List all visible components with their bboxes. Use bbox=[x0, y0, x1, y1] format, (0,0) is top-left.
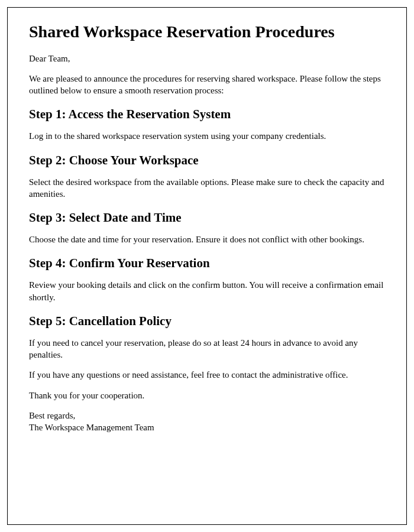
document-container: Shared Workspace Reservation Procedures … bbox=[7, 7, 407, 525]
signoff-regards: Best regards, bbox=[29, 411, 75, 420]
step-heading: Step 1: Access the Reservation System bbox=[29, 107, 385, 122]
closing-help: If you have any questions or need assist… bbox=[29, 369, 385, 381]
signoff: Best regards, The Workspace Management T… bbox=[29, 410, 385, 434]
step-body: Review your booking details and click on… bbox=[29, 279, 385, 303]
step-body: Choose the date and time for your reserv… bbox=[29, 233, 385, 245]
document-title: Shared Workspace Reservation Procedures bbox=[29, 22, 385, 42]
step-heading: Step 2: Choose Your Workspace bbox=[29, 153, 385, 168]
intro-paragraph: We are pleased to announce the procedure… bbox=[29, 73, 385, 97]
step-heading: Step 4: Confirm Your Reservation bbox=[29, 256, 385, 271]
step-heading: Step 3: Select Date and Time bbox=[29, 210, 385, 225]
step-body: If you need to cancel your reservation, … bbox=[29, 337, 385, 361]
closing-thanks: Thank you for your cooperation. bbox=[29, 390, 385, 401]
step-body: Log in to the shared workspace reservati… bbox=[29, 130, 385, 142]
salutation: Dear Team, bbox=[29, 53, 385, 64]
signoff-team: The Workspace Management Team bbox=[29, 423, 154, 432]
step-heading: Step 5: Cancellation Policy bbox=[29, 314, 385, 329]
step-body: Select the desired workspace from the av… bbox=[29, 176, 385, 200]
